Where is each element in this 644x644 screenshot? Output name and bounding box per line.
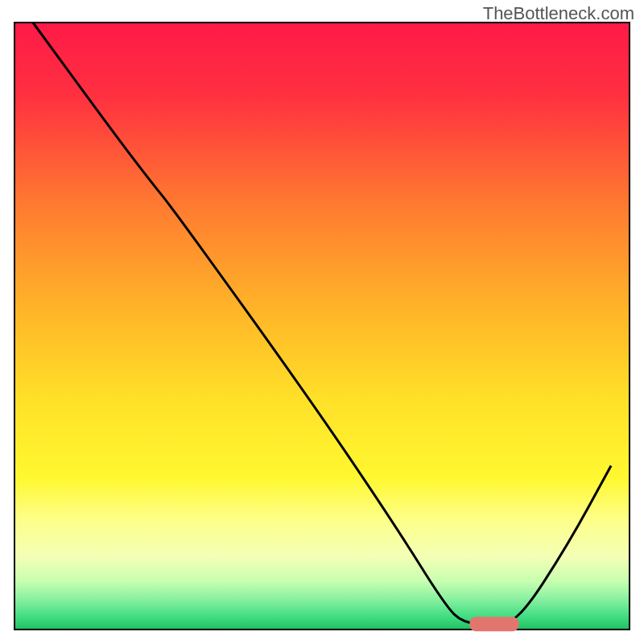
optimal-range-marker [469,617,518,631]
watermark-text: TheBottleneck.com [483,3,634,24]
bottleneck-chart [0,0,644,644]
chart-container: TheBottleneck.com [0,0,644,644]
plot-background [14,23,630,630]
